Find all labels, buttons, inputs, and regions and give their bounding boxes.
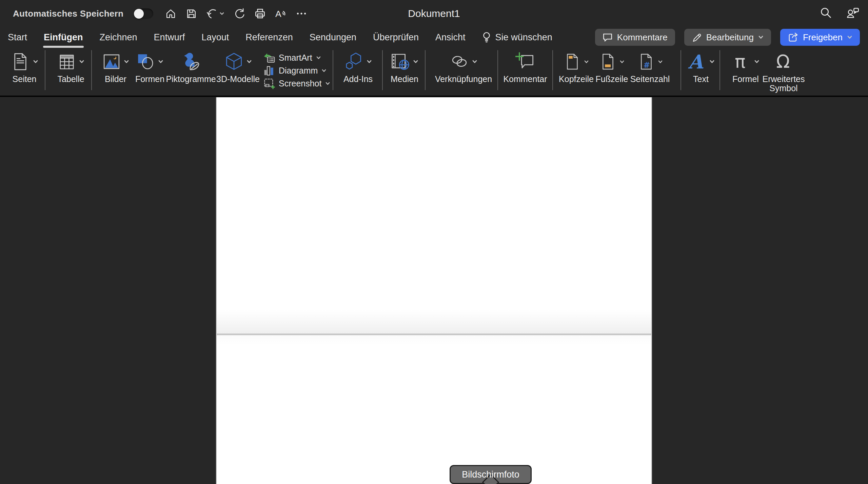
chevron-down-icon — [658, 60, 663, 64]
chevron-down-icon — [758, 35, 764, 39]
media-button[interactable]: Medien — [384, 47, 425, 84]
icons-button[interactable]: Piktogramme — [167, 47, 215, 84]
add-ins-label: Add-Ins — [343, 75, 373, 84]
group-separator — [45, 50, 45, 90]
smartart-label: SmartArt — [279, 53, 312, 63]
editing-mode-button[interactable]: Bearbeitung — [684, 29, 771, 46]
pages-label: Seiten — [13, 75, 37, 84]
group-separator — [382, 50, 383, 90]
chevron-down-icon — [413, 60, 418, 64]
svg-text:A: A — [275, 9, 281, 19]
undo-icon[interactable] — [206, 8, 218, 19]
document-page-1[interactable] — [216, 97, 652, 334]
shapes-button[interactable]: Formen — [131, 47, 169, 84]
save-icon[interactable] — [185, 8, 197, 19]
comment-bubble-icon — [603, 33, 613, 42]
chart-button[interactable]: Diagramm — [263, 64, 333, 77]
title-bar: Automatisches Speichern A Dokument1 — [0, 0, 868, 27]
shapes-icon — [136, 52, 155, 71]
pages-button[interactable]: Seiten — [4, 47, 45, 84]
autosave-label: Automatisches Speichern — [13, 8, 123, 19]
page-number-button[interactable]: # Seitenzahl — [630, 47, 670, 84]
chart-label: Diagramm — [279, 66, 318, 76]
chevron-down-icon — [472, 60, 477, 64]
home-icon[interactable] — [165, 8, 176, 19]
ribbon: Seiten Tabelle Bilder — [0, 47, 868, 96]
share-label: Freigeben — [803, 32, 843, 43]
chevron-down-icon — [584, 60, 589, 64]
icons-label: Piktogramme — [166, 75, 216, 84]
advanced-symbol-button[interactable]: Ω Erweitertes Symbol — [758, 47, 809, 93]
group-separator — [497, 50, 498, 90]
tab-referenzen[interactable]: Referenzen — [245, 32, 293, 43]
tab-entwurf[interactable]: Entwurf — [154, 32, 185, 43]
svg-text:A: A — [688, 52, 704, 72]
media-label: Medien — [391, 75, 418, 84]
link-icon — [450, 52, 469, 72]
tab-zeichnen[interactable]: Zeichnen — [100, 32, 137, 43]
tell-me-help[interactable]: Sie wünschen — [482, 32, 552, 43]
chevron-down-icon — [321, 69, 327, 73]
pages-icon — [11, 52, 30, 72]
share-icon — [788, 32, 798, 43]
header-button[interactable]: Kopfzeile — [558, 47, 594, 84]
equation-label: Formel — [732, 75, 759, 84]
chevron-down-icon — [847, 35, 852, 39]
footer-button[interactable]: Fußzeile — [594, 47, 630, 84]
chevron-down-icon — [33, 60, 38, 64]
chevron-down-icon — [619, 60, 625, 64]
document-title: Dokument1 — [408, 8, 460, 19]
svg-text:#: # — [643, 61, 650, 69]
group-separator — [91, 50, 92, 90]
3d-models-button[interactable]: 3D-Modelle — [213, 47, 263, 84]
tooltip-text: Bildschirmfoto — [462, 469, 519, 480]
redo-icon[interactable] — [234, 8, 245, 19]
pictograms-icon — [181, 52, 201, 72]
page-number-label: Seitenzahl — [630, 75, 670, 84]
more-icon[interactable] — [296, 8, 307, 19]
new-comment-button[interactable]: Kommentar — [500, 47, 551, 84]
3d-models-label: 3D-Modelle — [216, 75, 260, 84]
tab-ueberpruefen[interactable]: Überprüfen — [373, 32, 419, 43]
tab-layout[interactable]: Layout — [201, 32, 229, 43]
page-number-icon: # — [637, 53, 655, 70]
equation-pi-icon: π — [732, 52, 751, 72]
screenshot-button[interactable]: Screenshot — [263, 77, 333, 89]
read-aloud-icon[interactable]: A — [275, 8, 287, 19]
pictures-button[interactable]: Bilder — [97, 47, 134, 84]
share-button[interactable]: Freigeben — [780, 29, 860, 46]
undo-chevron-icon[interactable] — [219, 12, 224, 16]
document-page-2[interactable] — [216, 335, 652, 484]
smartart-button[interactable]: SmartArt — [263, 52, 333, 64]
chevron-down-icon — [325, 82, 330, 85]
add-ins-icon — [344, 52, 364, 72]
pencil-icon — [692, 32, 702, 42]
chevron-down-icon — [246, 60, 252, 64]
tab-start[interactable]: Start — [8, 32, 27, 43]
table-icon — [57, 52, 76, 71]
print-icon[interactable] — [254, 8, 266, 19]
toggle-knob — [134, 9, 144, 19]
table-label: Tabelle — [57, 75, 84, 84]
search-icon[interactable] — [820, 7, 832, 20]
shapes-label: Formen — [135, 75, 164, 84]
tooltip: Bildschirmfoto — [450, 465, 532, 484]
footer-icon — [599, 53, 617, 70]
add-ins-button[interactable]: Add-Ins — [336, 47, 380, 84]
new-comment-label: Kommentar — [503, 75, 547, 84]
contacts-icon[interactable] — [846, 7, 859, 20]
omega-symbol-icon: Ω — [774, 52, 793, 72]
table-button[interactable]: Tabelle — [51, 47, 91, 84]
autosave-toggle[interactable] — [134, 8, 153, 19]
text-box-button[interactable]: A Text — [682, 47, 719, 84]
tab-ansicht[interactable]: Ansicht — [435, 32, 466, 43]
svg-text:Ω: Ω — [776, 52, 790, 72]
advanced-symbol-label: Erweitertes Symbol — [758, 75, 809, 93]
comments-button[interactable]: Kommentare — [595, 29, 675, 46]
tab-einfuegen[interactable]: Einfügen — [44, 32, 83, 43]
picture-icon — [102, 52, 121, 71]
links-label: Verknüpfungen — [435, 75, 492, 84]
illustrations-stack: SmartArt Diagramm Screenshot — [263, 47, 333, 93]
tab-sendungen[interactable]: Sendungen — [310, 32, 356, 43]
links-button[interactable]: Verknüpfungen — [433, 47, 494, 84]
